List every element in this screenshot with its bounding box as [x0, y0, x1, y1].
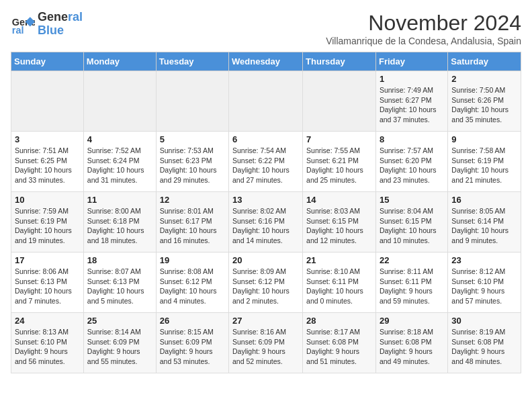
day-info: Sunrise: 7:50 AM Sunset: 6:26 PM Dayligh… — [451, 85, 517, 125]
day-number: 1 — [380, 74, 444, 84]
page-header: Gene ral General Blue November 2024 Vill… — [11, 11, 521, 46]
day-number: 9 — [451, 134, 517, 144]
calendar-cell: 22Sunrise: 8:11 AM Sunset: 6:11 PM Dayli… — [375, 253, 447, 313]
calendar-week-3: 10Sunrise: 7:59 AM Sunset: 6:19 PM Dayli… — [11, 192, 521, 253]
calendar-week-1: 1Sunrise: 7:49 AM Sunset: 6:27 PM Daylig… — [11, 71, 521, 132]
day-number: 11 — [87, 195, 152, 205]
calendar-cell: 2Sunrise: 7:50 AM Sunset: 6:26 PM Daylig… — [448, 71, 521, 132]
calendar-week-5: 24Sunrise: 8:13 AM Sunset: 6:10 PM Dayli… — [11, 313, 521, 373]
calendar-cell: 9Sunrise: 7:58 AM Sunset: 6:19 PM Daylig… — [448, 132, 521, 192]
day-info: Sunrise: 8:05 AM Sunset: 6:14 PM Dayligh… — [451, 206, 517, 246]
calendar-cell: 18Sunrise: 8:07 AM Sunset: 6:13 PM Dayli… — [83, 253, 156, 313]
day-info: Sunrise: 8:02 AM Sunset: 6:16 PM Dayligh… — [232, 206, 299, 246]
calendar-cell: 25Sunrise: 8:14 AM Sunset: 6:09 PM Dayli… — [83, 313, 156, 373]
day-info: Sunrise: 7:54 AM Sunset: 6:22 PM Dayligh… — [232, 146, 299, 185]
day-number: 25 — [87, 316, 152, 326]
calendar-cell: 1Sunrise: 7:49 AM Sunset: 6:27 PM Daylig… — [375, 71, 447, 132]
day-number: 26 — [160, 316, 225, 326]
day-info: Sunrise: 7:59 AM Sunset: 6:19 PM Dayligh… — [15, 206, 80, 246]
day-number: 15 — [380, 195, 444, 205]
day-number: 20 — [232, 255, 299, 265]
day-info: Sunrise: 8:18 AM Sunset: 6:08 PM Dayligh… — [380, 327, 444, 367]
title-area: November 2024 Villamanrique de la Condes… — [326, 11, 521, 46]
month-title: November 2024 — [326, 11, 521, 36]
calendar-cell — [303, 71, 376, 132]
day-number: 22 — [380, 255, 444, 265]
calendar-cell: 8Sunrise: 7:57 AM Sunset: 6:20 PM Daylig… — [375, 132, 447, 192]
logo-icon: Gene ral — [11, 12, 35, 36]
calendar-cell: 7Sunrise: 7:55 AM Sunset: 6:21 PM Daylig… — [303, 132, 376, 192]
day-number: 12 — [160, 195, 225, 205]
calendar-week-2: 3Sunrise: 7:51 AM Sunset: 6:25 PM Daylig… — [11, 132, 521, 192]
day-number: 27 — [232, 316, 299, 326]
day-number: 30 — [451, 316, 517, 326]
day-info: Sunrise: 8:17 AM Sunset: 6:08 PM Dayligh… — [306, 327, 372, 367]
calendar-cell: 3Sunrise: 7:51 AM Sunset: 6:25 PM Daylig… — [11, 132, 84, 192]
day-info: Sunrise: 8:03 AM Sunset: 6:15 PM Dayligh… — [306, 206, 372, 246]
calendar-cell: 10Sunrise: 7:59 AM Sunset: 6:19 PM Dayli… — [11, 192, 84, 253]
day-number: 5 — [160, 134, 225, 144]
calendar-cell: 4Sunrise: 7:52 AM Sunset: 6:24 PM Daylig… — [83, 132, 156, 192]
day-number: 19 — [160, 255, 225, 265]
svg-text:ral: ral — [12, 25, 24, 36]
day-info: Sunrise: 8:11 AM Sunset: 6:11 PM Dayligh… — [380, 267, 444, 306]
day-info: Sunrise: 7:57 AM Sunset: 6:20 PM Dayligh… — [380, 146, 444, 185]
logo: Gene ral General Blue — [11, 11, 83, 38]
column-header-wednesday: Wednesday — [229, 52, 303, 71]
calendar-cell: 26Sunrise: 8:15 AM Sunset: 6:09 PM Dayli… — [156, 313, 228, 373]
day-number: 13 — [232, 195, 299, 205]
day-info: Sunrise: 8:10 AM Sunset: 6:11 PM Dayligh… — [306, 267, 372, 306]
calendar-cell: 11Sunrise: 8:00 AM Sunset: 6:18 PM Dayli… — [83, 192, 156, 253]
column-header-sunday: Sunday — [11, 52, 84, 71]
day-info: Sunrise: 8:16 AM Sunset: 6:09 PM Dayligh… — [232, 327, 299, 367]
day-number: 2 — [451, 74, 517, 84]
calendar-cell: 16Sunrise: 8:05 AM Sunset: 6:14 PM Dayli… — [448, 192, 521, 253]
column-header-thursday: Thursday — [303, 52, 376, 71]
calendar-table: SundayMondayTuesdayWednesdayThursdayFrid… — [11, 52, 521, 373]
location-subtitle: Villamanrique de la Condesa, Andalusia, … — [326, 36, 521, 46]
day-number: 16 — [451, 195, 517, 205]
day-number: 6 — [232, 134, 299, 144]
day-info: Sunrise: 7:51 AM Sunset: 6:25 PM Dayligh… — [15, 146, 80, 185]
day-info: Sunrise: 8:19 AM Sunset: 6:08 PM Dayligh… — [451, 327, 517, 367]
day-info: Sunrise: 8:15 AM Sunset: 6:09 PM Dayligh… — [160, 327, 225, 367]
day-number: 18 — [87, 255, 152, 265]
day-info: Sunrise: 7:58 AM Sunset: 6:19 PM Dayligh… — [451, 146, 517, 185]
calendar-cell — [11, 71, 84, 132]
calendar-week-4: 17Sunrise: 8:06 AM Sunset: 6:13 PM Dayli… — [11, 253, 521, 313]
day-number: 7 — [306, 134, 372, 144]
calendar-cell: 24Sunrise: 8:13 AM Sunset: 6:10 PM Dayli… — [11, 313, 84, 373]
logo-text: General Blue — [38, 11, 83, 38]
calendar-cell: 15Sunrise: 8:04 AM Sunset: 6:15 PM Dayli… — [375, 192, 447, 253]
day-info: Sunrise: 7:49 AM Sunset: 6:27 PM Dayligh… — [380, 85, 444, 125]
day-number: 8 — [380, 134, 444, 144]
day-info: Sunrise: 8:07 AM Sunset: 6:13 PM Dayligh… — [87, 267, 152, 306]
day-number: 28 — [306, 316, 372, 326]
calendar-cell: 14Sunrise: 8:03 AM Sunset: 6:15 PM Dayli… — [303, 192, 376, 253]
calendar-cell: 17Sunrise: 8:06 AM Sunset: 6:13 PM Dayli… — [11, 253, 84, 313]
calendar-cell: 23Sunrise: 8:12 AM Sunset: 6:10 PM Dayli… — [448, 253, 521, 313]
day-info: Sunrise: 7:53 AM Sunset: 6:23 PM Dayligh… — [160, 146, 225, 185]
calendar-cell — [156, 71, 228, 132]
calendar-cell: 27Sunrise: 8:16 AM Sunset: 6:09 PM Dayli… — [229, 313, 303, 373]
day-info: Sunrise: 8:12 AM Sunset: 6:10 PM Dayligh… — [451, 267, 517, 306]
column-header-monday: Monday — [83, 52, 156, 71]
day-number: 3 — [15, 134, 80, 144]
day-info: Sunrise: 8:00 AM Sunset: 6:18 PM Dayligh… — [87, 206, 152, 246]
column-header-saturday: Saturday — [448, 52, 521, 71]
calendar-cell: 20Sunrise: 8:09 AM Sunset: 6:12 PM Dayli… — [229, 253, 303, 313]
day-info: Sunrise: 8:01 AM Sunset: 6:17 PM Dayligh… — [160, 206, 225, 246]
calendar-cell: 28Sunrise: 8:17 AM Sunset: 6:08 PM Dayli… — [303, 313, 376, 373]
calendar-cell — [83, 71, 156, 132]
header-row: SundayMondayTuesdayWednesdayThursdayFrid… — [11, 52, 521, 71]
day-number: 14 — [306, 195, 372, 205]
day-info: Sunrise: 8:13 AM Sunset: 6:10 PM Dayligh… — [15, 327, 80, 367]
day-info: Sunrise: 8:08 AM Sunset: 6:12 PM Dayligh… — [160, 267, 225, 306]
calendar-cell: 19Sunrise: 8:08 AM Sunset: 6:12 PM Dayli… — [156, 253, 228, 313]
day-info: Sunrise: 7:55 AM Sunset: 6:21 PM Dayligh… — [306, 146, 372, 185]
calendar-cell: 12Sunrise: 8:01 AM Sunset: 6:17 PM Dayli… — [156, 192, 228, 253]
column-header-friday: Friday — [375, 52, 447, 71]
day-number: 23 — [451, 255, 517, 265]
calendar-cell: 5Sunrise: 7:53 AM Sunset: 6:23 PM Daylig… — [156, 132, 228, 192]
calendar-cell: 21Sunrise: 8:10 AM Sunset: 6:11 PM Dayli… — [303, 253, 376, 313]
